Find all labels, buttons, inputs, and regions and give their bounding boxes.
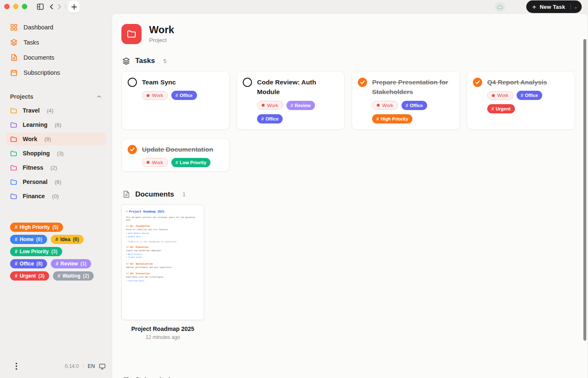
task-checkbox[interactable] xyxy=(243,78,252,87)
document-card[interactable]: #Project Roadmap 2025 This document outl… xyxy=(121,205,204,340)
sidebar-item-subscriptions[interactable]: Subscriptions xyxy=(6,66,106,79)
sidebar-item-dashboard[interactable]: Dashboard xyxy=(6,21,106,34)
hash-icon: # xyxy=(55,261,58,267)
sidebar-project-finance[interactable]: Finance (0) xyxy=(6,190,106,202)
tag-office[interactable]: #Office(8) xyxy=(10,259,47,268)
md-heading-mark: ## xyxy=(126,262,129,265)
new-task-label: New Task xyxy=(540,4,565,10)
page-title: Work xyxy=(149,24,174,36)
doc-preview-title: Project Roadmap 2025 xyxy=(129,210,164,213)
tag-pill-urgent[interactable]: #Urgent xyxy=(487,104,515,113)
tag-idea[interactable]: #Idea(6) xyxy=(51,235,84,244)
doc-preview-q3-head: Q3: Optimization xyxy=(130,262,153,265)
tag-pill-office[interactable]: #Office xyxy=(257,114,283,123)
sidebar-project-shopping[interactable]: Shopping (3) xyxy=(6,147,106,160)
more-menu-button[interactable] xyxy=(11,361,22,372)
sidebar-item-tasks[interactable]: Tasks xyxy=(6,36,106,49)
tag-count: (6) xyxy=(36,236,42,242)
md-heading-mark: ## xyxy=(126,246,129,248)
language-selector[interactable]: EN xyxy=(88,363,95,369)
close-window-button[interactable] xyxy=(4,4,10,9)
project-tag-label: Work xyxy=(382,103,394,108)
doc-preview-link: Update Docs xyxy=(128,236,141,238)
hash-icon: # xyxy=(176,160,178,165)
tag-count: (8) xyxy=(37,261,43,267)
tag-high-priority[interactable]: #High Priority(5) xyxy=(10,223,63,232)
project-tag-pill[interactable]: Work xyxy=(372,101,398,110)
tag-pill-high-priority[interactable]: #High Priority xyxy=(372,114,412,123)
hash-icon: # xyxy=(15,261,18,267)
task-checkbox-checked[interactable] xyxy=(358,78,367,87)
forward-button[interactable] xyxy=(55,2,64,11)
vertical-scrollbar[interactable] xyxy=(583,39,586,341)
doc-preview-q1-body: Focus on stability and core features. xyxy=(126,228,200,231)
subscriptions-icon xyxy=(10,69,18,76)
tag-pill-low-priority[interactable]: #Low Priority xyxy=(171,158,211,167)
project-tag-pill[interactable]: Work xyxy=(257,101,283,110)
sidebar: Dashboard Tasks Documents Subscriptions … xyxy=(0,13,112,378)
tag-label: Waiting xyxy=(63,273,81,279)
bullet-icon: • xyxy=(126,253,127,255)
sidebar-project-personal[interactable]: Personal (6) xyxy=(6,176,106,188)
project-dot-icon xyxy=(377,104,380,107)
doc-preview-link: Travel plans xyxy=(128,256,142,258)
display-theme-icon[interactable] xyxy=(99,363,106,370)
chevron-down-icon[interactable]: ⌄ xyxy=(574,5,578,9)
folder-icon xyxy=(10,193,17,200)
task-card-q4-report[interactable]: Q4 Report Analysis Work #Office #Urgent xyxy=(467,71,575,130)
tag-count: (3) xyxy=(38,273,45,279)
document-thumbnail: #Project Roadmap 2025 This document outl… xyxy=(121,205,204,320)
sidebar-project-learning[interactable]: Learning (6) xyxy=(6,118,106,131)
project-dot-icon xyxy=(147,161,150,164)
tag-waiting[interactable]: #Waiting(2) xyxy=(53,271,94,281)
sidebar-project-fitness[interactable]: Fitness (2) xyxy=(6,161,106,174)
sidebar-item-label: Subscriptions xyxy=(24,69,60,76)
tag-urgent[interactable]: #Urgent(3) xyxy=(10,271,49,281)
tag-home[interactable]: #Home(6) xyxy=(10,235,47,244)
tag-review[interactable]: #Review(1) xyxy=(51,259,91,268)
project-name: Personal xyxy=(23,178,47,185)
new-task-button[interactable]: + New Task ⌄ xyxy=(526,0,582,13)
task-title: Update Documentation xyxy=(142,144,213,154)
doc-preview-q4-head: Q4: Innovation xyxy=(130,272,150,275)
sidebar-project-travel[interactable]: Travel (4) xyxy=(6,104,106,117)
subscriptions-icon xyxy=(122,376,130,378)
tag-pill-office[interactable]: #Office xyxy=(517,91,542,100)
projects-section-header[interactable]: Projects xyxy=(10,93,102,100)
task-checkbox[interactable] xyxy=(128,78,137,87)
sidebar-toggle-icon[interactable] xyxy=(36,2,45,11)
project-tag-pill[interactable]: Work xyxy=(142,158,168,167)
tag-low-priority[interactable]: #Low Priority(3) xyxy=(10,247,62,256)
page-subtitle: Project xyxy=(149,37,174,43)
footer-divider: | xyxy=(83,364,84,369)
tag-label: Office xyxy=(525,93,538,98)
new-tab-button[interactable] xyxy=(68,1,80,13)
task-card-code-review[interactable]: Code Review: Auth Module Work #Review #O… xyxy=(236,71,345,130)
minimize-window-button[interactable] xyxy=(13,4,18,9)
folder-icon xyxy=(10,150,17,157)
project-name: Travel xyxy=(23,107,39,114)
task-card-prepare-presentation[interactable]: Prepare Presentation for Stakeholders Wo… xyxy=(352,71,460,130)
zoom-window-button[interactable] xyxy=(22,4,27,9)
chevron-up-icon[interactable] xyxy=(97,94,102,99)
hash-icon: # xyxy=(15,249,18,255)
bullet-icon: • xyxy=(126,236,127,238)
tasks-icon xyxy=(10,39,18,46)
task-checkbox-checked[interactable] xyxy=(473,78,482,87)
tag-label: Low Priority xyxy=(180,160,207,165)
tag-count: (3) xyxy=(51,249,58,255)
cloud-sync-button[interactable] xyxy=(495,2,505,12)
tag-pill-review[interactable]: #Review xyxy=(286,101,315,110)
task-card-update-documentation[interactable]: Update Documentation Work #Low Priority xyxy=(121,138,230,172)
project-tag-pill[interactable]: Work xyxy=(487,91,513,100)
documents-icon xyxy=(10,54,18,61)
task-card-team-sync[interactable]: Team Sync Work #Office xyxy=(121,71,230,130)
folder-icon xyxy=(10,164,17,171)
sidebar-item-documents[interactable]: Documents xyxy=(6,51,106,64)
task-checkbox-checked[interactable] xyxy=(128,145,137,154)
sidebar-project-work[interactable]: Work (9) xyxy=(6,133,106,145)
tag-pill-office[interactable]: #Office xyxy=(171,91,197,100)
project-tag-pill[interactable]: Work xyxy=(142,91,168,100)
hash-icon: # xyxy=(15,224,18,230)
tag-pill-office[interactable]: #Office xyxy=(402,101,427,110)
